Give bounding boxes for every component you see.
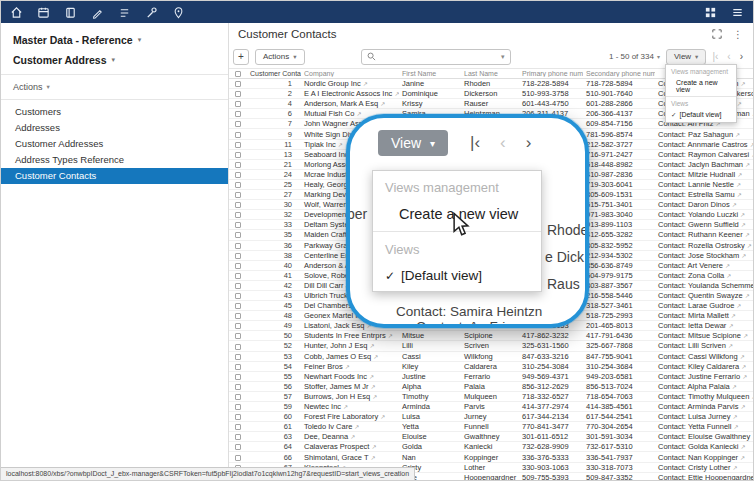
row-checkbox[interactable]	[235, 364, 241, 370]
cell-contact[interactable]: Contact: Arminda Parvis↗	[655, 402, 753, 411]
row-select-cell[interactable]	[229, 311, 247, 320]
row-checkbox[interactable]	[235, 243, 241, 249]
table-row[interactable]: 54Feiner Bros↗KileyCaldarera310-254-3084…	[229, 362, 753, 372]
search-input[interactable]	[380, 52, 497, 61]
cell-contact[interactable]: Contact: Annmarie Castros↗	[655, 140, 753, 149]
pin-icon[interactable]	[172, 6, 185, 19]
cell-company[interactable]: Hunter, John J Esq↗	[301, 341, 399, 350]
row-checkbox[interactable]	[235, 414, 241, 420]
cell-company[interactable]: Stoffer, James M Jr↗	[301, 382, 399, 391]
cell-contact[interactable]: Contact: Ruthann Keener↗	[655, 230, 753, 239]
row-checkbox[interactable]	[235, 101, 241, 107]
row-select-cell[interactable]	[229, 362, 247, 371]
row-checkbox[interactable]	[235, 202, 241, 208]
row-checkbox[interactable]	[235, 132, 241, 138]
row-checkbox[interactable]	[235, 81, 241, 87]
row-select-cell[interactable]	[229, 79, 247, 88]
cell-contact[interactable]: Contact: Cassi Wilkfong↗	[655, 352, 753, 361]
cell-contact[interactable]: Contact: Timothy Mulqueen↗	[655, 392, 753, 401]
cell-contact[interactable]: Contact: Paz Sahagun↗	[655, 130, 753, 139]
sidebar-item-customer-contacts[interactable]: Customer Contacts	[1, 168, 228, 184]
row-checkbox[interactable]	[235, 313, 241, 319]
row-select-cell[interactable]	[229, 241, 247, 250]
row-checkbox[interactable]	[235, 434, 241, 440]
row-checkbox[interactable]	[235, 354, 241, 360]
cell-contact[interactable]: Contact: Mitsue Scipione↗	[655, 331, 753, 340]
calendar-icon[interactable]	[37, 6, 50, 19]
cell-contact[interactable]: Contact: Kiley Caldarera↗	[655, 362, 753, 371]
row-select-cell[interactable]	[229, 140, 247, 149]
row-select-cell[interactable]	[229, 190, 247, 199]
sidebar-item-customer-addresses[interactable]: Customer Addresses	[1, 136, 228, 152]
row-checkbox[interactable]	[235, 152, 241, 158]
sidebar-item-address-types-reference[interactable]: Address Types Reference	[1, 152, 228, 168]
tools-icon[interactable]	[145, 6, 158, 19]
more-options-icon[interactable]: ⋮	[733, 29, 743, 40]
cell-company[interactable]: Cobb, James O Esq↗	[301, 352, 399, 361]
row-checkbox[interactable]	[235, 111, 241, 117]
row-select-cell[interactable]	[229, 402, 247, 411]
table-row[interactable]: 57Burrows, Jon H Esq↗TimothyMulqueen718-…	[229, 392, 753, 402]
cell-contact[interactable]: Contact: Gwenn Suffield↗	[655, 220, 753, 229]
row-checkbox[interactable]	[235, 333, 241, 339]
table-row[interactable]: 63Dee, Deanna↗ElouiseGwalthney301-611-65…	[229, 432, 753, 442]
cell-contact[interactable]: Contact: Golda Kaniecki↗	[655, 442, 753, 451]
row-select-cell[interactable]	[229, 89, 247, 98]
cell-contact[interactable]: Contact: Mirta Mallett↗	[655, 311, 753, 320]
edit-icon[interactable]	[91, 6, 104, 19]
select-all-checkbox[interactable]	[235, 71, 241, 77]
row-select-cell[interactable]	[229, 210, 247, 219]
row-select-cell[interactable]	[229, 412, 247, 421]
cell-company[interactable]: E A I Electronic Assocs Inc↗	[301, 89, 399, 98]
prev-page-icon[interactable]: ‹	[727, 52, 730, 62]
cell-contact[interactable]: Contact: Elouise Gwalthney↗	[655, 432, 753, 441]
cell-company[interactable]: Toledo Iv Care↗	[301, 422, 399, 431]
cell-contact[interactable]: Contact: Mitzie Hudnall↗	[655, 170, 753, 179]
row-select-cell[interactable]	[229, 453, 247, 462]
row-select-cell[interactable]	[229, 352, 247, 361]
row-checkbox[interactable]	[235, 192, 241, 198]
sidebar-actions-menu[interactable]: Actions ▾	[1, 79, 228, 95]
row-select-cell[interactable]	[229, 170, 247, 179]
cell-contact[interactable]: Contact: Youlanda Schemmer↗	[655, 281, 753, 290]
row-checkbox[interactable]	[235, 172, 241, 178]
cell-company[interactable]: Calaveras Prospect↗	[301, 442, 399, 451]
expand-icon[interactable]	[712, 29, 722, 39]
cell-company[interactable]: Newtec Inc↗	[301, 402, 399, 411]
row-checkbox[interactable]	[235, 344, 241, 350]
row-select-cell[interactable]	[229, 442, 247, 451]
cell-contact[interactable]: Contact: Quentin Swayze↗	[655, 291, 753, 300]
cell-contact[interactable]: Contact: Rozella Ostrosky↗	[655, 241, 753, 250]
cell-contact[interactable]: Contact: Alpha Palaia↗	[655, 382, 753, 391]
domain-selector[interactable]: Master Data - Reference ▾	[1, 30, 228, 50]
cell-contact[interactable]: Contact: Nan Koppinger↗	[655, 453, 753, 462]
row-checkbox[interactable]	[235, 303, 241, 309]
row-checkbox[interactable]	[235, 293, 241, 299]
default-view-item[interactable]: ✓[Default view]	[666, 108, 736, 121]
search-box[interactable]: ▾	[361, 49, 511, 65]
row-checkbox[interactable]	[235, 212, 241, 218]
grid-icon[interactable]	[704, 6, 717, 19]
cell-contact[interactable]: Contact: Raymon Calvaresi↗	[655, 150, 753, 159]
row-select-cell[interactable]	[229, 200, 247, 209]
cell-contact[interactable]: Contact: Art Venere↗	[655, 261, 753, 270]
row-checkbox[interactable]	[235, 374, 241, 380]
row-checkbox[interactable]	[235, 455, 241, 461]
row-select-cell[interactable]	[229, 341, 247, 350]
row-checkbox[interactable]	[235, 394, 241, 400]
cell-contact[interactable]: Contact: Lannie Nestle↗	[655, 180, 753, 189]
row-select-cell[interactable]	[229, 230, 247, 239]
table-row[interactable]: 53Cobb, James O Esq↗CassiWilkfong847-633…	[229, 352, 753, 362]
row-select-cell[interactable]	[229, 180, 247, 189]
row-select-cell[interactable]	[229, 382, 247, 391]
row-select-cell[interactable]	[229, 291, 247, 300]
cell-company[interactable]: Forest Fire Laboratory↗	[301, 412, 399, 421]
cell-contact[interactable]: Contact: Luisa Jurney↗	[655, 412, 753, 421]
row-select-cell[interactable]	[229, 321, 247, 330]
cell-company[interactable]: Students In Free Entrprs↗	[301, 331, 399, 340]
row-select-cell[interactable]	[229, 99, 247, 108]
cell-contact[interactable]: Contact: Yetta Funnell↗	[655, 422, 753, 431]
cell-contact[interactable]: Contact: Cristy Lother↗	[655, 463, 753, 472]
sidebar-item-customers[interactable]: Customers	[1, 104, 228, 120]
row-select-cell[interactable]	[229, 301, 247, 310]
